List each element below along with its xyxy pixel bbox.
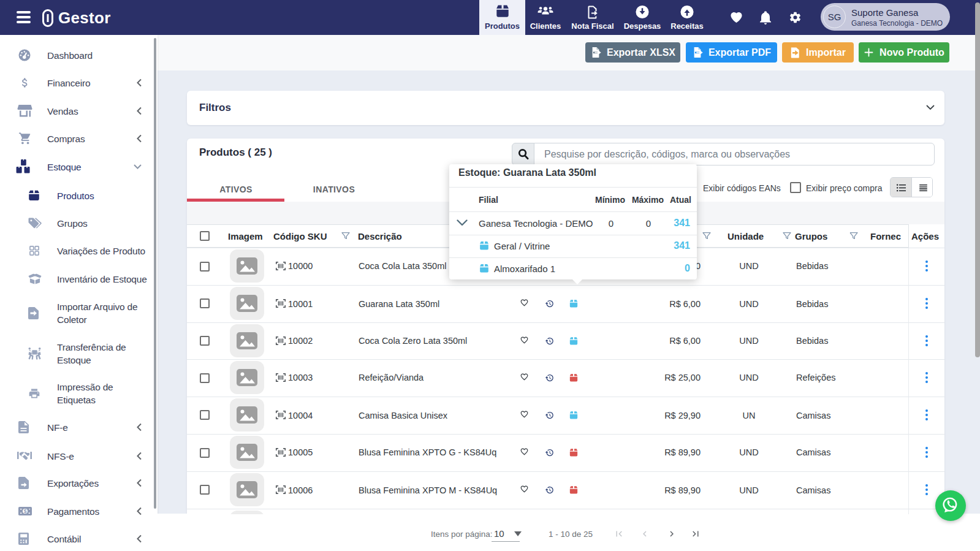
svg-text:$: $ <box>24 508 27 514</box>
